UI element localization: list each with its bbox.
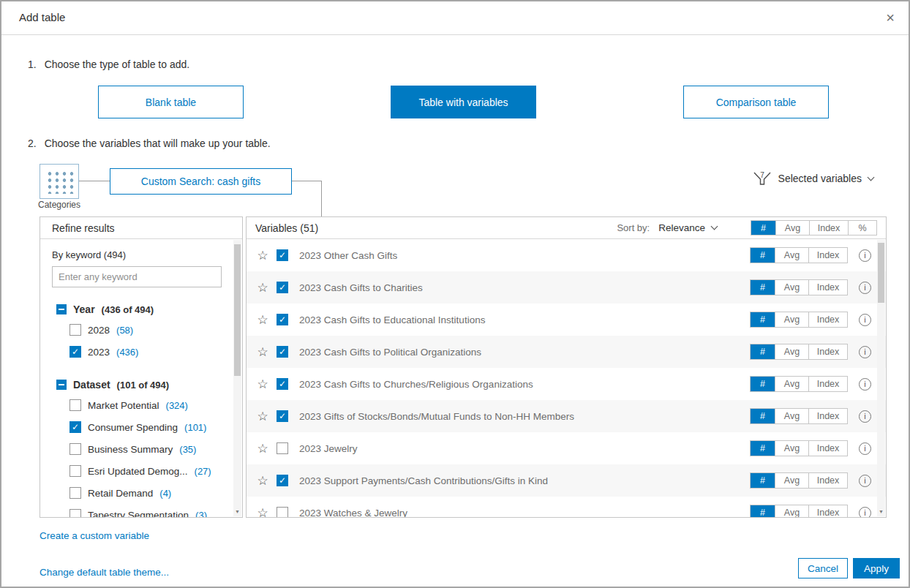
format-avg-button[interactable]: Avg xyxy=(775,221,809,235)
filter-item-2023[interactable]: 2023 (436) xyxy=(52,341,222,363)
scroll-down-arrow-icon[interactable]: ▼ xyxy=(877,509,885,514)
format-index-button[interactable]: Index xyxy=(808,441,847,456)
format-index-button[interactable]: Index xyxy=(808,280,847,295)
format-index-button[interactable]: Index xyxy=(808,473,847,488)
favorite-star-icon[interactable]: ☆ xyxy=(255,312,270,328)
format-avg-button[interactable]: Avg xyxy=(775,473,808,488)
checkbox[interactable] xyxy=(69,487,81,499)
filter-item-consumer-spending[interactable]: Consumer Spending (101) xyxy=(52,416,222,438)
group-header-year[interactable]: Year (436 of 494) xyxy=(52,304,222,315)
favorite-star-icon[interactable]: ☆ xyxy=(255,344,270,360)
categories-button[interactable] xyxy=(40,164,79,199)
variable-checkbox[interactable] xyxy=(277,507,288,518)
checkbox[interactable] xyxy=(69,399,81,411)
variable-checkbox[interactable] xyxy=(277,378,288,390)
format-avg-button[interactable]: Avg xyxy=(775,409,808,423)
collapse-minus-icon[interactable] xyxy=(56,304,67,314)
table-with-variables-button[interactable]: Table with variables xyxy=(391,86,536,118)
format-index-button[interactable]: Index xyxy=(808,409,847,423)
format-number-button[interactable]: # xyxy=(751,473,775,488)
cancel-button[interactable]: Cancel xyxy=(798,558,848,578)
format-index-button[interactable]: Index xyxy=(808,312,847,327)
favorite-star-icon[interactable]: ☆ xyxy=(255,377,270,392)
format-avg-button[interactable]: Avg xyxy=(775,377,808,391)
info-icon[interactable]: i xyxy=(859,475,871,487)
filter-item-2028[interactable]: 2028 (58) xyxy=(52,319,222,341)
selected-variables-dropdown[interactable]: 7 Selected variables xyxy=(753,169,873,188)
favorite-star-icon[interactable]: ☆ xyxy=(255,505,270,519)
scroll-down-arrow-icon[interactable]: ▼ xyxy=(233,509,241,514)
format-number-button[interactable]: # xyxy=(751,280,775,295)
variable-checkbox[interactable] xyxy=(277,442,288,454)
format-number-button[interactable]: # xyxy=(751,505,775,518)
info-icon[interactable]: i xyxy=(859,282,871,294)
checkbox[interactable] xyxy=(69,443,81,455)
format-index-button[interactable]: Index xyxy=(808,344,847,359)
format-percent-button[interactable]: % xyxy=(848,221,876,235)
format-number-button[interactable]: # xyxy=(751,344,775,359)
info-icon[interactable]: i xyxy=(859,249,871,262)
variable-checkbox[interactable] xyxy=(277,249,288,261)
info-icon[interactable]: i xyxy=(859,507,871,519)
variable-row: ☆ 2023 Watches & Jewelry # Avg Index i xyxy=(247,497,886,518)
favorite-star-icon[interactable]: ☆ xyxy=(255,441,270,456)
format-avg-button[interactable]: Avg xyxy=(775,280,808,295)
filter-item-business-summary[interactable]: Business Summary (35) xyxy=(52,438,222,460)
scrollbar-thumb[interactable] xyxy=(878,243,884,303)
format-avg-button[interactable]: Avg xyxy=(775,312,808,327)
blank-table-button[interactable]: Blank table xyxy=(98,86,244,118)
format-avg-button[interactable]: Avg xyxy=(775,505,808,518)
checkbox[interactable] xyxy=(69,509,81,518)
favorite-star-icon[interactable]: ☆ xyxy=(255,409,270,424)
checkbox[interactable] xyxy=(69,421,81,433)
create-custom-variable-link[interactable]: Create a custom variable xyxy=(40,530,149,541)
favorite-star-icon[interactable]: ☆ xyxy=(255,248,270,263)
variable-checkbox[interactable] xyxy=(277,314,288,325)
variable-checkbox[interactable] xyxy=(277,410,288,422)
collapse-minus-icon[interactable] xyxy=(56,380,67,390)
favorite-star-icon[interactable]: ☆ xyxy=(255,280,270,295)
variable-checkbox[interactable] xyxy=(277,346,288,358)
filter-item-tapestry-segmentation[interactable]: Tapestry Segmentation (3) xyxy=(52,504,222,518)
filter-item-market-potential[interactable]: Market Potential (324) xyxy=(52,394,222,416)
variables-scrollbar[interactable]: ▼ xyxy=(877,240,885,516)
comparison-table-button[interactable]: Comparison table xyxy=(683,86,829,118)
format-index-button[interactable]: Index xyxy=(808,377,847,391)
format-number-button[interactable]: # xyxy=(751,441,775,456)
info-icon[interactable]: i xyxy=(859,442,871,455)
info-icon[interactable]: i xyxy=(859,346,871,358)
filter-item-retail-demand[interactable]: Retail Demand (4) xyxy=(52,482,222,504)
checkbox[interactable] xyxy=(69,346,81,358)
format-number-button[interactable]: # xyxy=(751,248,775,263)
group-header-dataset[interactable]: Dataset (101 of 494) xyxy=(52,379,222,391)
close-icon[interactable]: × xyxy=(881,8,900,27)
checkbox[interactable] xyxy=(69,465,81,477)
change-default-table-theme-link[interactable]: Change default table theme... xyxy=(40,567,169,578)
scrollbar-thumb[interactable] xyxy=(234,244,241,376)
info-icon[interactable]: i xyxy=(859,378,871,391)
sort-value: Relevance xyxy=(658,222,705,233)
format-index-button[interactable]: Index xyxy=(808,248,847,263)
keyword-input[interactable] xyxy=(52,266,222,287)
format-avg-button[interactable]: Avg xyxy=(775,441,808,456)
refine-scrollbar[interactable]: ▼ xyxy=(233,240,241,516)
format-number-button[interactable]: # xyxy=(751,221,775,235)
info-icon[interactable]: i xyxy=(859,314,871,326)
format-index-button[interactable]: Index xyxy=(809,221,848,235)
format-number-button[interactable]: # xyxy=(751,409,775,423)
format-number-button[interactable]: # xyxy=(751,377,775,391)
variable-checkbox[interactable] xyxy=(277,282,288,293)
format-number-button[interactable]: # xyxy=(751,312,775,327)
custom-search-button[interactable]: Custom Search: cash gifts xyxy=(110,168,292,195)
checkbox[interactable] xyxy=(69,324,81,336)
sort-select[interactable]: Relevance xyxy=(658,222,717,233)
variable-checkbox[interactable] xyxy=(277,475,288,486)
format-index-button[interactable]: Index xyxy=(808,505,847,518)
filter-item-esri-updated-demographics[interactable]: Esri Updated Demog... (27) xyxy=(52,460,222,482)
group-count: (436 of 494) xyxy=(102,304,154,315)
favorite-star-icon[interactable]: ☆ xyxy=(255,473,270,489)
format-avg-button[interactable]: Avg xyxy=(775,344,808,359)
format-avg-button[interactable]: Avg xyxy=(775,248,808,263)
apply-button[interactable]: Apply xyxy=(853,558,900,578)
info-icon[interactable]: i xyxy=(859,410,871,423)
